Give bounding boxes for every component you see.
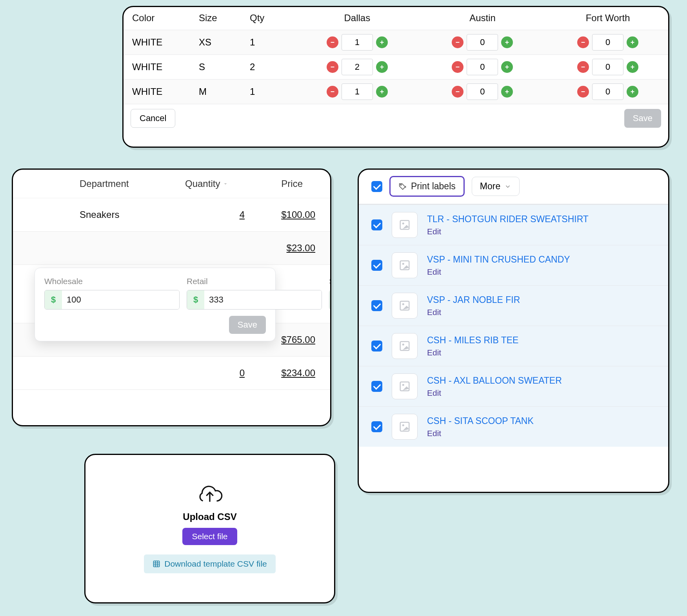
print-labels-button[interactable]: Print labels — [389, 176, 465, 197]
product-row[interactable]: TLR - SHOTGUN RIDER SWEATSHIRT Edit — [359, 205, 668, 245]
edit-link[interactable]: Edit — [427, 429, 534, 438]
price-row-5[interactable]: 0 $234.00 — [13, 357, 330, 390]
increment-button[interactable] — [627, 36, 638, 48]
product-row[interactable]: VSP - JAR NOBLE FIR Edit — [359, 285, 668, 326]
quantity-input[interactable] — [592, 83, 623, 100]
minus-icon — [329, 39, 336, 45]
decrement-button[interactable] — [327, 86, 338, 98]
quantity-input[interactable] — [342, 34, 373, 51]
row-checkbox[interactable] — [371, 421, 382, 432]
price-row-1[interactable]: Sneakers 4 $100.00 — [13, 198, 330, 232]
svg-point-27 — [400, 184, 402, 185]
cloud-upload-icon — [196, 484, 224, 506]
row-checkbox[interactable] — [371, 381, 382, 392]
decrement-button[interactable] — [577, 36, 589, 48]
quantity-input[interactable] — [342, 83, 373, 100]
svg-rect-5 — [507, 40, 507, 44]
edit-link[interactable]: Edit — [427, 388, 562, 398]
increment-button[interactable] — [376, 86, 388, 98]
row2-price[interactable]: $23.00 — [245, 243, 315, 254]
allocation-footer: Cancel Save — [124, 104, 668, 132]
allocation-row: WHITE M 1 — [124, 80, 668, 104]
quantity-stepper — [327, 83, 388, 100]
edit-link[interactable]: Edit — [427, 227, 589, 236]
minus-icon — [454, 39, 461, 45]
col-quantity-sort[interactable]: Quantity — [185, 178, 248, 189]
price-header: Department Quantity Price — [13, 170, 330, 198]
increment-button[interactable] — [501, 61, 513, 73]
quantity-input[interactable] — [467, 83, 498, 100]
cancel-button[interactable]: Cancel — [131, 109, 175, 128]
col-loc1: Dallas — [292, 7, 418, 30]
decrement-button[interactable] — [577, 86, 589, 98]
select-all-checkbox[interactable] — [371, 181, 382, 192]
price-row-2[interactable]: $23.00 — [13, 232, 330, 265]
save-button[interactable]: Save — [624, 109, 661, 128]
increment-button[interactable] — [501, 86, 513, 98]
increment-button[interactable] — [376, 61, 388, 73]
row5-price[interactable]: $234.00 — [245, 368, 315, 379]
increment-button[interactable] — [376, 36, 388, 48]
decrement-button[interactable] — [327, 61, 338, 73]
cell-size: S — [190, 55, 241, 80]
increment-button[interactable] — [627, 86, 638, 98]
select-file-button[interactable]: Select file — [182, 528, 237, 545]
quantity-input[interactable] — [592, 59, 623, 75]
upload-heading: Upload CSV — [183, 511, 236, 522]
wholesale-input[interactable] — [62, 290, 179, 309]
dollar-icon: $ — [187, 290, 204, 309]
svg-point-29 — [402, 223, 404, 225]
popover-save-button[interactable]: Save — [229, 316, 266, 334]
more-button[interactable]: More — [472, 177, 520, 196]
wholesale-label: Wholesale — [44, 277, 180, 286]
product-title[interactable]: VSP - MINI TIN CRUSHED CANDY — [427, 254, 570, 265]
product-title[interactable]: CSH - SITA SCOOP TANK — [427, 416, 534, 426]
product-row[interactable]: CSH - MILES RIB TEE Edit — [359, 326, 668, 366]
col-department: Department — [80, 178, 185, 189]
quantity-input[interactable] — [592, 34, 623, 51]
increment-button[interactable] — [627, 61, 638, 73]
svg-rect-9 — [331, 67, 334, 67]
edit-link[interactable]: Edit — [427, 348, 518, 357]
decrement-button[interactable] — [452, 36, 463, 48]
row-checkbox[interactable] — [371, 260, 382, 271]
download-template-link[interactable]: Download template CSV file — [144, 554, 275, 573]
product-thumbnail — [392, 212, 418, 238]
product-row[interactable]: CSH - SITA SCOOP TANK Edit — [359, 406, 668, 447]
retail-input[interactable] — [204, 290, 322, 309]
edit-link[interactable]: Edit — [427, 267, 570, 277]
minus-icon — [454, 64, 461, 70]
minus-icon — [329, 89, 336, 95]
row1-qty[interactable]: 4 — [198, 209, 245, 220]
cell-color: WHITE — [124, 55, 190, 80]
svg-rect-0 — [331, 42, 334, 43]
product-title[interactable]: CSH - AXL BALLOON SWEATER — [427, 375, 562, 386]
plus-icon — [629, 39, 636, 45]
row5-qty[interactable]: 0 — [198, 368, 245, 379]
product-row[interactable]: CSH - AXL BALLOON SWEATER Edit — [359, 366, 668, 406]
quantity-input[interactable] — [342, 59, 373, 75]
product-title[interactable]: TLR - SHOTGUN RIDER SWEATSHIRT — [427, 214, 589, 225]
svg-point-33 — [402, 303, 404, 305]
product-title[interactable]: VSP - JAR NOBLE FIR — [427, 295, 520, 305]
quantity-input[interactable] — [467, 34, 498, 51]
cell-size: XS — [190, 30, 241, 55]
decrement-button[interactable] — [452, 61, 463, 73]
row1-price[interactable]: $100.00 — [245, 209, 315, 220]
cell-color: WHITE — [124, 30, 190, 55]
row-checkbox[interactable] — [371, 300, 382, 311]
decrement-button[interactable] — [452, 86, 463, 98]
svg-rect-23 — [507, 90, 507, 93]
product-title[interactable]: CSH - MILES RIB TEE — [427, 335, 518, 346]
decrement-button[interactable] — [577, 61, 589, 73]
row-checkbox[interactable] — [371, 341, 382, 351]
quantity-input[interactable] — [467, 59, 498, 75]
decrement-button[interactable] — [327, 36, 338, 48]
edit-link[interactable]: Edit — [427, 308, 520, 317]
image-placeholder-icon — [399, 259, 411, 271]
increment-button[interactable] — [501, 36, 513, 48]
product-row[interactable]: VSP - MINI TIN CRUSHED CANDY Edit — [359, 245, 668, 285]
row-checkbox[interactable] — [371, 219, 382, 230]
minus-icon — [329, 64, 336, 70]
svg-rect-24 — [581, 91, 585, 92]
